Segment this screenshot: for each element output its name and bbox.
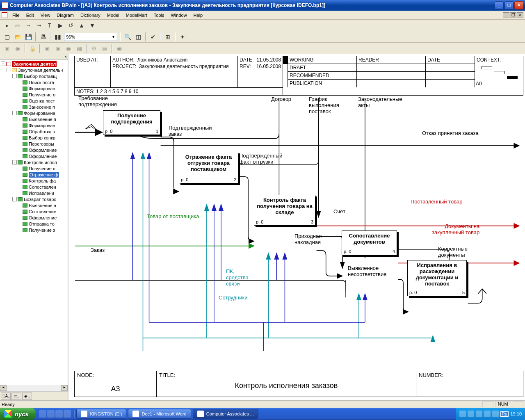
- pointer-icon[interactable]: ▸: [2, 21, 11, 30]
- tree-item[interactable]: Получение п: [1, 165, 67, 171]
- spellcheck-icon[interactable]: ✔: [148, 32, 158, 41]
- activity-a3[interactable]: Контроль факта получения товара на склад…: [254, 195, 315, 226]
- tree-icon[interactable]: ⊞: [163, 32, 172, 41]
- print-icon[interactable]: 🖶: [39, 32, 48, 41]
- diagram-canvas[interactable]: USED AT: AUTHOR: Ложникова Анастасия PRO…: [68, 54, 525, 400]
- tab-activities[interactable]: ⬚A..: [1, 393, 11, 400]
- menu-dictionary[interactable]: Dictionary: [77, 12, 104, 18]
- tree-item[interactable]: Исправлени: [1, 190, 67, 196]
- tab-objects[interactable]: ◈..: [22, 393, 32, 400]
- new-icon[interactable]: ▢: [2, 32, 11, 41]
- zoom-combobox[interactable]: 96% ▼: [64, 33, 117, 41]
- model-tree[interactable]: -Закупочная деятел-Закупочная деятельн-В…: [0, 60, 68, 385]
- language-indicator[interactable]: Ru: [500, 411, 509, 417]
- tree-item[interactable]: Выбор конкр: [1, 135, 67, 141]
- mm-btn7-icon[interactable]: ▤: [100, 44, 109, 53]
- play-icon[interactable]: ▶: [56, 21, 65, 30]
- tray-icon[interactable]: [484, 411, 491, 417]
- task-bpwin[interactable]: Computer Associates ...: [193, 409, 258, 419]
- close-button[interactable]: ×: [514, 1, 523, 9]
- tree-item[interactable]: -Закупочная деятельн: [1, 67, 67, 73]
- task-kingston[interactable]: KINGSTON (E:): [76, 409, 126, 419]
- scroll-right-icon[interactable]: ►: [61, 385, 68, 391]
- palette-icon[interactable]: ▮▮: [53, 32, 62, 41]
- scrollbar-track[interactable]: [7, 385, 61, 391]
- menu-tools[interactable]: Tools: [151, 12, 168, 18]
- zoom-rect-icon[interactable]: ◫: [134, 32, 143, 41]
- menu-modelmart[interactable]: ModelMart: [123, 12, 151, 18]
- maximize-button[interactable]: □: [504, 1, 514, 9]
- tree-item[interactable]: Оформление: [1, 147, 67, 153]
- mm-btn4-icon[interactable]: ◉: [53, 44, 62, 53]
- open-icon[interactable]: 📂: [13, 32, 22, 41]
- save-icon[interactable]: 💾: [24, 32, 33, 41]
- tree-item[interactable]: Выявление н: [1, 202, 67, 208]
- refresh-icon[interactable]: ↺: [66, 21, 75, 30]
- clock[interactable]: 19:10: [510, 411, 522, 416]
- activity-a1[interactable]: Получение подтверждения p. 0 1: [103, 110, 160, 135]
- tree-item[interactable]: -Выбор поставщ: [1, 73, 67, 79]
- ql-icon[interactable]: [55, 410, 63, 418]
- tree-item[interactable]: Контроль фа: [1, 178, 67, 184]
- tree-item[interactable]: -Возврат товаро: [1, 196, 67, 202]
- tree-item[interactable]: -Контроль испол: [1, 159, 67, 165]
- tree-item[interactable]: Отправка то: [1, 221, 67, 227]
- activity-a2[interactable]: Отражение факта отгрузки товара поставщи…: [179, 152, 238, 183]
- lock-icon[interactable]: 🔒: [28, 44, 37, 53]
- mm-btn1-icon[interactable]: ◉: [2, 44, 11, 53]
- squiggle-icon[interactable]: ⤳: [34, 21, 43, 30]
- tree-item[interactable]: Отражение ф: [1, 171, 67, 178]
- ql-icon[interactable]: [47, 410, 55, 418]
- arrow-right-icon[interactable]: →: [24, 21, 33, 30]
- tree-item[interactable]: -Формирование: [1, 110, 67, 116]
- tree-item[interactable]: Занесение п: [1, 104, 67, 110]
- tray-icon[interactable]: [468, 411, 474, 417]
- mdi-close-button[interactable]: ×: [517, 12, 523, 18]
- menu-diagram[interactable]: Diagram: [53, 12, 77, 18]
- box-icon[interactable]: ▭: [13, 21, 22, 30]
- tree-item[interactable]: Получение з: [1, 227, 67, 233]
- menu-view[interactable]: View: [37, 12, 54, 18]
- scroll-left-icon[interactable]: ◄: [0, 385, 7, 391]
- grid-icon[interactable]: ▦: [75, 44, 84, 53]
- tree-item[interactable]: Оценка пост: [1, 98, 67, 104]
- chevron-down-icon[interactable]: ▼: [112, 35, 115, 39]
- tree-item[interactable]: Формирован: [1, 122, 67, 128]
- menu-file[interactable]: File: [9, 12, 23, 18]
- menu-window[interactable]: Window: [167, 12, 190, 18]
- menu-help[interactable]: Help: [190, 12, 206, 18]
- text-icon[interactable]: T: [45, 21, 54, 30]
- tray-icon[interactable]: [492, 411, 499, 417]
- ql-icon[interactable]: [39, 410, 46, 418]
- menu-model[interactable]: Model: [104, 12, 123, 18]
- tree-item[interactable]: Сопоставлен: [1, 184, 67, 190]
- tree-item[interactable]: Оформление: [1, 215, 67, 221]
- mm-btn5-icon[interactable]: ◉: [64, 44, 73, 53]
- mm-btn2-icon[interactable]: ◉: [13, 44, 22, 53]
- zoom-in-icon[interactable]: 🔍: [123, 32, 132, 41]
- task-word[interactable]: Doc1 - Microsoft Word: [128, 409, 191, 419]
- mdi-minimize-button[interactable]: _: [503, 12, 509, 18]
- tree-item[interactable]: Получение о: [1, 91, 67, 98]
- tree-item[interactable]: Выявление п: [1, 116, 67, 122]
- triangle-up-icon[interactable]: ▲: [77, 21, 86, 30]
- tab-diagrams[interactable]: ▭..: [11, 393, 21, 400]
- tray-icon[interactable]: [459, 411, 466, 417]
- tree-item[interactable]: Формирован: [1, 85, 67, 91]
- ql-icon[interactable]: [64, 410, 71, 418]
- tree-item[interactable]: Переговоры: [1, 141, 67, 147]
- minimize-button[interactable]: _: [495, 1, 504, 9]
- activity-a4[interactable]: Сопоставление документов p. 0 4: [342, 231, 397, 255]
- mm-btn6-icon[interactable]: ⚙: [89, 44, 98, 53]
- triangle-down-icon[interactable]: ▼: [88, 21, 97, 30]
- tree-item[interactable]: Обработка з: [1, 128, 67, 135]
- tree-item[interactable]: Составление: [1, 208, 67, 215]
- start-button[interactable]: пуск: [0, 408, 36, 420]
- modelmart-icon[interactable]: ✦: [178, 32, 187, 41]
- mm-btn8-icon[interactable]: ◉: [115, 44, 124, 53]
- tray-icon[interactable]: [476, 411, 482, 417]
- mdi-restore-button[interactable]: ❐: [510, 12, 516, 18]
- tree-item[interactable]: Поиск поста: [1, 79, 67, 85]
- activity-a5[interactable]: Исправления в расхождении документации и…: [407, 260, 467, 296]
- mm-btn3-icon[interactable]: ◉: [43, 44, 52, 53]
